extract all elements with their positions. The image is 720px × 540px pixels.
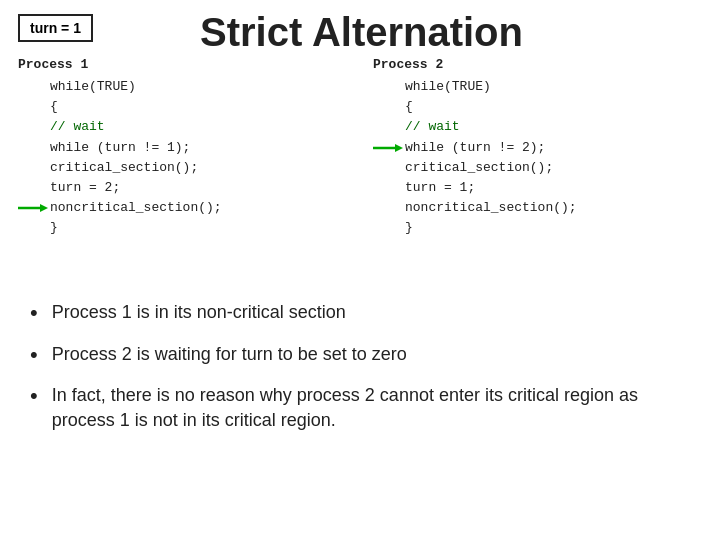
turn-badge: turn = 1: [18, 14, 93, 42]
code-text: // wait: [50, 117, 105, 137]
process2-line-6: noncritical_section();: [373, 198, 708, 218]
process2-line-7: }: [373, 218, 708, 238]
bullet-text: In fact, there is no reason why process …: [52, 383, 695, 432]
process2-label: Process 2: [373, 55, 708, 75]
process2-line-5: turn = 1;: [373, 178, 708, 198]
bullet-item-1: •Process 2 is waiting for turn to be set…: [30, 342, 695, 370]
process2-line-3: while (turn != 2);: [373, 138, 708, 158]
process1-line-2: // wait: [18, 117, 353, 137]
code-text: while (turn != 1);: [50, 138, 190, 158]
bullets-section: •Process 1 is in its non-critical sectio…: [30, 300, 695, 446]
code-container: Process 1 while(TRUE){ // wait while (tu…: [18, 55, 708, 238]
code-text: }: [405, 218, 413, 238]
code-text: while(TRUE): [50, 77, 136, 97]
process2-code: Process 2 while(TRUE){ // wait while (tu…: [373, 55, 708, 238]
process2-line-1: {: [373, 97, 708, 117]
code-text: while(TRUE): [405, 77, 491, 97]
page-title: Strict Alternation: [200, 10, 523, 55]
code-text: noncritical_section();: [50, 198, 222, 218]
code-text: turn = 1;: [405, 178, 475, 198]
process1-code: Process 1 while(TRUE){ // wait while (tu…: [18, 55, 353, 238]
bullet-text: Process 1 is in its non-critical section: [52, 300, 346, 324]
bullet-dot: •: [30, 381, 38, 411]
code-text: while (turn != 2);: [405, 138, 545, 158]
bullet-dot: •: [30, 298, 38, 328]
bullet-text: Process 2 is waiting for turn to be set …: [52, 342, 407, 366]
code-text: noncritical_section();: [405, 198, 577, 218]
code-text: critical_section();: [405, 158, 553, 178]
code-text: // wait: [405, 117, 460, 137]
process2-line-4: critical_section();: [373, 158, 708, 178]
process1-line-4: critical_section();: [18, 158, 353, 178]
process1-line-5: turn = 2;: [18, 178, 353, 198]
process2-line-0: while(TRUE): [373, 77, 708, 97]
turn-badge-label: turn = 1: [30, 20, 81, 36]
svg-marker-1: [40, 204, 48, 212]
process1-label: Process 1: [18, 55, 353, 75]
svg-marker-3: [395, 144, 403, 152]
process1-line-6: noncritical_section();: [18, 198, 353, 218]
process2-line-2: // wait: [373, 117, 708, 137]
bullet-item-2: •In fact, there is no reason why process…: [30, 383, 695, 432]
code-text: {: [50, 97, 58, 117]
code-text: turn = 2;: [50, 178, 120, 198]
bullet-item-0: •Process 1 is in its non-critical sectio…: [30, 300, 695, 328]
process1-line-0: while(TRUE): [18, 77, 353, 97]
bullet-dot: •: [30, 340, 38, 370]
code-text: }: [50, 218, 58, 238]
process1-line-7: }: [18, 218, 353, 238]
code-text: critical_section();: [50, 158, 198, 178]
process1-line-3: while (turn != 1);: [18, 138, 353, 158]
process1-line-1: {: [18, 97, 353, 117]
code-text: {: [405, 97, 413, 117]
